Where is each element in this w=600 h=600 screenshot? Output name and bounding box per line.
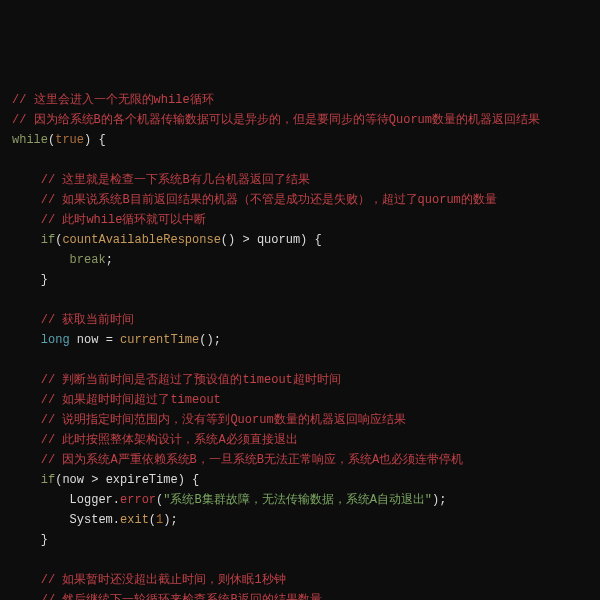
code-block: // 这里会进入一个无限的while循环// 因为给系统B的各个机器传输数据可以… <box>12 90 588 600</box>
kw-break: break <box>70 253 106 267</box>
dot: . <box>113 513 120 527</box>
comment: // 获取当前时间 <box>12 313 134 327</box>
indent <box>12 473 41 487</box>
punct: ) { <box>300 233 322 247</box>
indent <box>12 333 41 347</box>
comment: // 此时按照整体架构设计，系统A必须直接退出 <box>12 433 298 447</box>
indent <box>12 253 70 267</box>
method-exit: exit <box>120 513 149 527</box>
comment: // 如果暂时还没超出截止时间，则休眠1秒钟 <box>12 573 286 587</box>
kw-if: if <box>41 233 55 247</box>
indent <box>12 513 70 527</box>
indent <box>12 493 70 507</box>
kw-if: if <box>41 473 55 487</box>
kw-while: while <box>12 133 48 147</box>
punct: (); <box>199 333 221 347</box>
comment: // 判断当前时间是否超过了预设值的timeout超时时间 <box>12 373 341 387</box>
ident: System <box>70 513 113 527</box>
brace: } <box>12 533 48 547</box>
punct: ) { <box>84 133 106 147</box>
bool-true: true <box>55 133 84 147</box>
string: "系统B集群故障，无法传输数据，系统A自动退出" <box>163 493 432 507</box>
punct: ); <box>163 513 177 527</box>
brace: } <box>12 273 48 287</box>
comment: // 然后继续下一轮循环来检查系统B返回的结果数量 <box>12 593 322 600</box>
ident: Logger <box>70 493 113 507</box>
comment: // 如果说系统B目前返回结果的机器（不管是成功还是失败），超过了quorum的… <box>12 193 497 207</box>
fn-call: countAvailableResponse <box>62 233 220 247</box>
indent <box>12 233 41 247</box>
comment: // 因为系统A严重依赖系统B，一旦系统B无法正常响应，系统A也必须连带停机 <box>12 453 463 467</box>
comment: // 这里会进入一个无限的while循环 <box>12 93 214 107</box>
punct: ; <box>106 253 113 267</box>
comment: // 因为给系统B的各个机器传输数据可以是异步的，但是要同步的等待Quorum数… <box>12 113 540 127</box>
ident: quorum <box>257 233 300 247</box>
method-error: error <box>120 493 156 507</box>
type-long: long <box>41 333 70 347</box>
comment: // 如果超时时间超过了timeout <box>12 393 221 407</box>
dot: . <box>113 493 120 507</box>
comment: // 此时while循环就可以中断 <box>12 213 206 227</box>
punct: ( <box>149 513 156 527</box>
punct: () > <box>221 233 257 247</box>
comment: // 说明指定时间范围内，没有等到Quorum数量的机器返回响应结果 <box>12 413 406 427</box>
ident: now = <box>70 333 120 347</box>
fn-call: currentTime <box>120 333 199 347</box>
punct: (now > expireTime) { <box>55 473 199 487</box>
punct: ); <box>432 493 446 507</box>
comment: // 这里就是检查一下系统B有几台机器返回了结果 <box>12 173 310 187</box>
